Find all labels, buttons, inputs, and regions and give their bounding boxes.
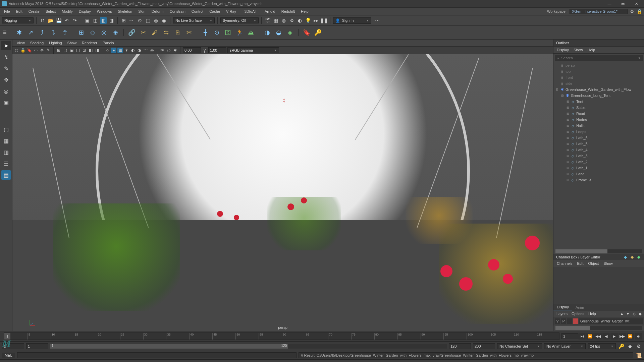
vp-xray-icon[interactable]: ◌	[166, 48, 171, 53]
scale-tool[interactable]: ▣	[1, 98, 11, 107]
anim-layer-dropdown[interactable]: No Anim Layer▼	[544, 343, 586, 349]
select-mode-object-icon[interactable]: ▣	[84, 17, 91, 24]
outliner-item-lath4[interactable]: ⊞Lath_4	[553, 147, 644, 153]
select-mode-template-icon[interactable]: ◨	[108, 17, 115, 24]
constraint-parent-icon[interactable]: ┿	[201, 28, 210, 37]
menu-set-dropdown[interactable]: Rigging▼	[2, 17, 34, 23]
ipr-render-icon[interactable]: ◍	[280, 17, 287, 24]
open-scene-icon[interactable]: 📂	[47, 17, 54, 24]
mirror-weights-icon[interactable]: ⇋	[161, 28, 171, 37]
layer-color[interactable]	[573, 318, 578, 324]
layer-tab-anim[interactable]: Anim	[572, 305, 587, 310]
outliner-camera-persp[interactable]: persp	[553, 62, 644, 68]
layer-menu-layers[interactable]: Layers	[555, 311, 569, 316]
menu-create[interactable]: Create	[26, 9, 42, 14]
viewport-3d[interactable]: ‡ persp	[12, 54, 553, 331]
render-frame-icon[interactable]: ▦	[272, 17, 279, 24]
step-forward-icon[interactable]: ▶▶	[619, 333, 626, 340]
layer-move-down-icon[interactable]: ▼	[625, 311, 631, 316]
motion-trail-icon[interactable]: ◈	[285, 28, 295, 37]
joint-tool-icon[interactable]: ✱	[14, 28, 24, 37]
layout-single-icon[interactable]: ▢	[1, 125, 11, 134]
close-button[interactable]: ✕	[631, 0, 642, 7]
menu-windows[interactable]: Windows	[94, 9, 115, 14]
step-back-key-icon[interactable]: ⏪	[586, 333, 594, 340]
outliner-search-input[interactable]	[560, 56, 637, 60]
current-frame-field[interactable]	[561, 333, 578, 339]
outliner-menu-help[interactable]: Help	[586, 47, 597, 53]
unbind-skin-icon[interactable]: ✂	[139, 28, 148, 37]
paint-select-tool[interactable]: ✎	[1, 64, 11, 73]
vp-image-plane-icon[interactable]: ▭	[33, 48, 38, 53]
vp-camera-lock-icon[interactable]: 🔒	[20, 48, 25, 53]
vp-wireframe-icon[interactable]: ◇	[105, 48, 110, 53]
redo-icon[interactable]: ↷	[71, 17, 78, 24]
range-end-outer[interactable]	[473, 343, 495, 349]
vp-field-chart-icon[interactable]: ⊡	[82, 48, 87, 53]
vp-menu-lighting[interactable]: Lighting	[47, 40, 64, 46]
snap-point-icon[interactable]: ⊙	[137, 17, 143, 24]
snap-curve-icon[interactable]: 〰	[128, 17, 135, 24]
workspace-dropdown[interactable]: XGen - Interactive Groom1*	[570, 9, 628, 14]
outliner-item-lath6[interactable]: ⊞Lath_6	[553, 135, 644, 141]
move-tool[interactable]: ✥	[1, 75, 11, 84]
ik-spline-icon[interactable]: ⤴	[37, 28, 47, 37]
channelbox-mode3-icon[interactable]: ◆	[636, 254, 641, 260]
quick-rig-icon[interactable]: 🏃	[235, 28, 244, 37]
vp-safe-action-icon[interactable]: ◧	[88, 48, 93, 53]
range-start-inner[interactable]	[26, 343, 48, 349]
outliner-item-lath3[interactable]: ⊞Lath_3	[553, 153, 644, 159]
menu-modify[interactable]: Modify	[59, 9, 75, 14]
outliner-camera-top[interactable]: top	[553, 68, 644, 74]
range-track[interactable]: 1 120	[50, 344, 447, 349]
auto-key-icon[interactable]: 🔑	[618, 343, 625, 350]
vp-isolate-icon[interactable]: 👁	[160, 48, 165, 53]
range-end-inner[interactable]	[449, 343, 471, 349]
time-track[interactable]: 1 51015202530354045505560657075808590951…	[4, 333, 559, 340]
set-driven-key-icon[interactable]: ⚿	[223, 28, 233, 37]
paint-weights-icon[interactable]: 🖌	[150, 28, 159, 37]
save-scene-icon[interactable]: 💾	[55, 17, 62, 24]
prune-weights-icon[interactable]: ✄	[184, 28, 194, 37]
ik-handle-icon[interactable]: ↗	[26, 28, 35, 37]
symmetry-dropdown[interactable]: Symmetry: Off▼	[220, 17, 259, 23]
channelbox-menu-edit[interactable]: Edit	[575, 261, 585, 266]
vp-menu-view[interactable]: View	[14, 40, 27, 46]
signin-dropdown[interactable]: 👤 Sign In▼	[333, 17, 371, 24]
layout-persp-icon[interactable]: ▤	[1, 170, 11, 180]
command-input[interactable]	[17, 352, 297, 358]
vp-xray-joints-icon[interactable]: ✱	[172, 48, 178, 53]
outliner-item-loops[interactable]: ⊞Loops	[553, 129, 644, 135]
toggle-shelf-icon[interactable]: ⋯	[374, 17, 381, 24]
outliner-root[interactable]: ⊟Greenhouse_Winter_Garden_with_Flow	[553, 86, 644, 93]
outliner-search[interactable]: ⌕ ▼	[555, 55, 643, 61]
vp-safe-title-icon[interactable]: ◨	[94, 48, 100, 53]
skeleton-icon[interactable]: ☥	[60, 28, 69, 37]
vp-menu-shading[interactable]: Shading	[28, 40, 46, 46]
playblast-icon[interactable]: ▸▸	[313, 17, 319, 24]
select-tool[interactable]: ➤	[1, 41, 11, 50]
layout-four-icon[interactable]: ▦	[1, 136, 11, 145]
outliner-menu-display[interactable]: Display	[555, 47, 571, 53]
step-forward-key-icon[interactable]: ⏩	[627, 333, 634, 340]
layer-tab-display[interactable]: Display	[553, 304, 572, 310]
menu-file[interactable]: File	[1, 9, 13, 14]
outliner-item-road[interactable]: ⊞Road	[553, 111, 644, 117]
play-back-icon[interactable]: ◀	[602, 333, 610, 340]
workspace-lock-icon[interactable]: 🔒	[636, 8, 643, 15]
go-start-icon[interactable]: ⏮	[578, 333, 586, 340]
menu-select[interactable]: Select	[43, 9, 59, 14]
select-mode-hierarchy-icon[interactable]: ◧	[100, 17, 107, 24]
vp-gate-mask-icon[interactable]: ◫	[75, 48, 80, 53]
bookmark-icon[interactable]: 🔖	[302, 28, 311, 37]
menu-help[interactable]: Help	[298, 9, 311, 14]
layer-type[interactable]	[567, 318, 572, 324]
layout-two-icon[interactable]: ▥	[1, 147, 11, 157]
layer-playback[interactable]: P	[561, 318, 566, 324]
outliner-item-lath5[interactable]: ⊞Lath_5	[553, 141, 644, 147]
bind-skin-icon[interactable]: 🔗	[127, 28, 137, 37]
menu-arnold[interactable]: Arnold	[262, 9, 278, 14]
vp-shadows-icon[interactable]: ◐	[130, 48, 136, 53]
vp-grease-icon[interactable]: ✎	[46, 48, 51, 53]
layer-row[interactable]: V P Greenhouse_Winter_Garden_wit	[555, 318, 643, 324]
